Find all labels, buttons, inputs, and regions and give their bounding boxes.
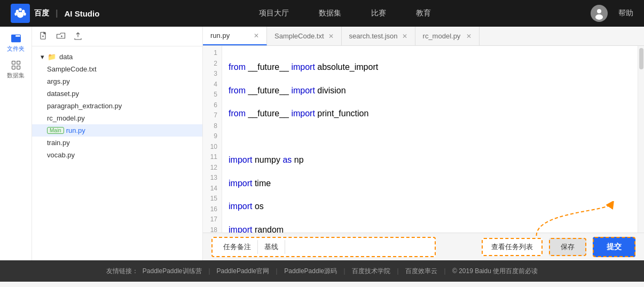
tab-samplecode[interactable]: SampleCode.txt ✕ (267, 27, 342, 45)
tab-close-runpy[interactable]: ✕ (254, 32, 259, 39)
header-right: 帮助 (591, 5, 633, 22)
code-scroll-area: 12345 678910 1112131415 1617181920 21222… (203, 46, 644, 233)
task-note-input[interactable] (285, 241, 430, 253)
file-name: vocab.py (47, 151, 187, 159)
tab-close-samplecode[interactable]: ✕ (328, 33, 334, 40)
new-file-icon[interactable] (38, 31, 49, 42)
nav-projects[interactable]: 项目大厅 (255, 6, 293, 20)
footer-sep: ｜ (341, 267, 348, 276)
folder-icon: 📁 (48, 53, 56, 61)
svg-rect-11 (12, 61, 15, 64)
file-tree: ▾ 📁 data SampleCode.txt args.py dataset.… (32, 46, 202, 260)
tab-searchjson[interactable]: search.test.json ✕ (342, 27, 415, 45)
left-sidebar: 文件夹 数据集 (0, 27, 32, 260)
submit-button[interactable]: 提交 (593, 237, 635, 257)
code-content[interactable]: from __future__ import absolute_import f… (222, 46, 638, 233)
file-item-paragraph[interactable]: paragraph_extraction.py (32, 100, 202, 112)
nav-datasets[interactable]: 数据集 (315, 6, 345, 20)
file-name: run.py (66, 126, 187, 134)
footer-sep: ｜ (206, 267, 213, 276)
svg-point-6 (597, 9, 601, 13)
datasets-label: 数据集 (7, 71, 25, 79)
upload-icon[interactable] (73, 31, 83, 42)
file-item-args[interactable]: args.py (32, 75, 202, 87)
footer-copyright: © 2019 Baidu 使用百度前必读 (452, 267, 538, 276)
save-button[interactable]: 保存 (549, 238, 586, 256)
file-item-train[interactable]: train.py (32, 137, 202, 149)
footer-link-4[interactable]: 百度技术学院 (352, 267, 390, 276)
baseline-tab[interactable]: 基线 (258, 240, 285, 254)
svg-rect-10 (11, 36, 20, 42)
tab-label: search.test.json (349, 32, 398, 40)
nav-competition[interactable]: 比赛 (367, 6, 390, 20)
file-name: args.py (47, 77, 187, 85)
svg-rect-12 (17, 61, 20, 64)
header: 百度 | AI Studio 项目大厅 数据集 比赛 教育 帮助 (0, 0, 644, 27)
file-name: train.py (47, 139, 187, 147)
file-item-vocab[interactable]: vocab.py (32, 149, 202, 161)
tab-runpy[interactable]: run.py ✕ (203, 27, 267, 45)
file-item-dataset[interactable]: dataset.py (32, 87, 202, 100)
main-badge: Main (47, 127, 64, 134)
file-name: rc_model.py (47, 114, 187, 122)
footer-link-5[interactable]: 百度效率云 (405, 267, 437, 276)
editor-wrapper: run.py ✕ SampleCode.txt ✕ search.test.js… (203, 27, 644, 260)
tab-label: rc_model.py (423, 32, 461, 40)
sidebar-item-files[interactable]: 文件夹 (5, 32, 27, 53)
footer-prefix: 友情链接： (106, 267, 138, 276)
folder-name: data (59, 53, 73, 61)
vertical-scrollbar[interactable] (638, 46, 644, 233)
scrollbar-thumb[interactable] (639, 48, 643, 69)
svg-rect-13 (12, 66, 15, 69)
task-list-button[interactable]: 查看任务列表 (482, 238, 543, 256)
tab-close-rcmodel[interactable]: ✕ (466, 33, 472, 40)
file-name: dataset.py (47, 90, 187, 98)
footer-sep: ｜ (395, 267, 401, 276)
file-panel: ▾ 📁 data SampleCode.txt args.py dataset.… (32, 27, 203, 260)
file-name: SampleCode.txt (47, 65, 187, 73)
file-name: paragraph_extraction.py (47, 102, 187, 110)
main-layout: 文件夹 数据集 (0, 27, 644, 260)
footer-link-2[interactable]: PaddlePaddle官网 (217, 267, 270, 276)
svg-point-4 (14, 13, 17, 16)
tab-label: SampleCode.txt (274, 32, 324, 40)
files-label: 文件夹 (7, 45, 25, 53)
tabs-bar: run.py ✕ SampleCode.txt ✕ search.test.js… (203, 27, 644, 46)
svg-point-3 (19, 8, 22, 11)
file-item-rcmodel[interactable]: rc_model.py (32, 112, 202, 124)
footer-link-1[interactable]: PaddlePaddle训练营 (143, 267, 202, 276)
file-item-runpy[interactable]: Main run.py (32, 124, 202, 137)
action-input-group: 任务备注 基线 (211, 237, 436, 257)
action-bar: 任务备注 基线 查看任务列表 保存 提交 (203, 233, 644, 260)
baidu-text: 百度 (34, 9, 49, 18)
task-note-tab[interactable]: 任务备注 (217, 240, 258, 254)
tab-rcmodel[interactable]: rc_model.py ✕ (415, 27, 480, 45)
logo-separator: | (56, 9, 58, 18)
header-nav: 项目大厅 数据集 比赛 教育 (121, 6, 569, 20)
file-toolbar (32, 27, 202, 46)
footer: 友情链接： PaddlePaddle训练营 ｜ PaddlePaddle官网 ｜… (0, 260, 644, 282)
folder-data[interactable]: ▾ 📁 data (32, 51, 202, 63)
footer-sep: ｜ (273, 267, 280, 276)
new-folder-icon[interactable] (56, 31, 66, 42)
avatar[interactable] (591, 5, 608, 22)
tab-label: run.py (210, 31, 230, 39)
svg-point-5 (23, 13, 26, 16)
logo-area: 百度 | AI Studio (11, 4, 99, 23)
line-numbers: 12345 678910 1112131415 1617181920 21222… (203, 46, 222, 233)
footer-link-3[interactable]: PaddlePaddle源码 (284, 267, 337, 276)
help-link[interactable]: 帮助 (618, 9, 633, 18)
sidebar-item-datasets[interactable]: 数据集 (5, 59, 27, 80)
studio-text: AI Studio (64, 9, 99, 18)
action-right: 查看任务列表 保存 提交 (482, 237, 635, 257)
baidu-logo (11, 4, 30, 23)
nav-education[interactable]: 教育 (412, 6, 435, 20)
tab-close-searchjson[interactable]: ✕ (402, 33, 407, 40)
file-item-samplecode[interactable]: SampleCode.txt (32, 63, 202, 75)
chevron-down-icon: ▾ (41, 53, 44, 61)
svg-point-7 (595, 14, 603, 20)
svg-rect-14 (17, 66, 20, 69)
footer-sep: ｜ (442, 267, 448, 276)
